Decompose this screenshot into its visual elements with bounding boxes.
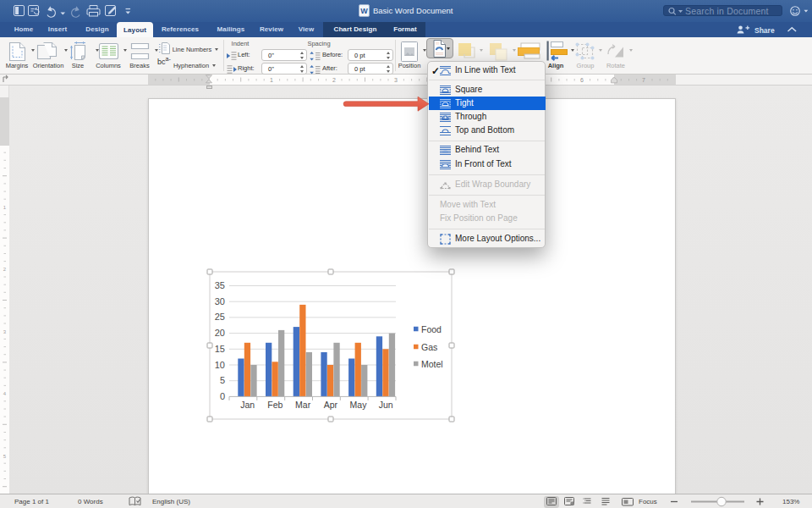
svg-text:25: 25	[215, 312, 225, 322]
svg-text:Food: Food	[421, 324, 442, 334]
svg-text:10: 10	[215, 360, 225, 370]
svg-text:Gas: Gas	[421, 342, 437, 352]
svg-text:35: 35	[215, 280, 225, 290]
svg-text:1: 1	[3, 205, 7, 210]
svg-text:3: 3	[394, 77, 398, 83]
svg-text:3: 3	[3, 329, 7, 334]
svg-text:Feb: Feb	[267, 400, 283, 410]
svg-text:May: May	[350, 400, 368, 410]
svg-text:7: 7	[642, 77, 645, 83]
svg-text:5: 5	[220, 375, 225, 385]
svg-text:15: 15	[215, 344, 225, 354]
svg-text:20: 20	[215, 328, 225, 338]
svg-text:Share: Share	[754, 26, 775, 35]
svg-text:5: 5	[3, 454, 7, 459]
svg-text:2: 2	[332, 77, 336, 83]
svg-text:Motel: Motel	[421, 359, 443, 369]
svg-text:4: 4	[3, 391, 7, 396]
svg-text:30: 30	[215, 296, 225, 306]
svg-text:Jan: Jan	[240, 400, 255, 410]
svg-text:0: 0	[220, 391, 225, 401]
svg-text:2: 2	[3, 267, 7, 272]
svg-text:6: 6	[580, 77, 584, 83]
svg-text:Apr: Apr	[324, 400, 338, 410]
svg-text:W: W	[360, 7, 368, 15]
svg-text:Mar: Mar	[295, 400, 311, 410]
svg-text:Jun: Jun	[379, 400, 393, 410]
svg-text:1: 1	[270, 77, 273, 83]
